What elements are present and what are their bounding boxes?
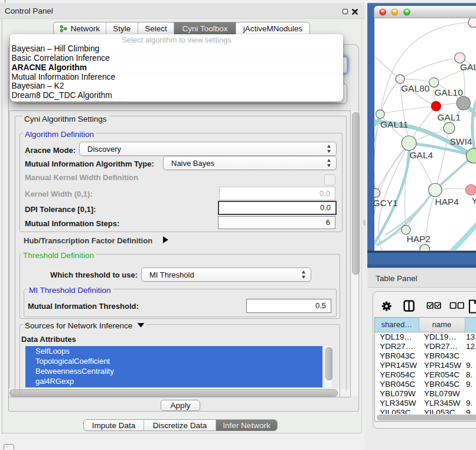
svg-text:GCY1: GCY1	[373, 198, 398, 208]
svg-text:HAP4: HAP4	[435, 197, 459, 207]
svg-text:GAL11: GAL11	[380, 119, 408, 129]
svg-text:GAL80: GAL80	[401, 83, 430, 93]
svg-text:GAL1: GAL1	[438, 112, 461, 122]
svg-text:YDR: YDR	[472, 195, 476, 206]
svg-text:GAL2: GAL2	[460, 62, 476, 72]
svg-text:GAL10: GAL10	[435, 87, 464, 97]
svg-text:GAL4: GAL4	[410, 150, 433, 160]
svg-text:HAP2: HAP2	[407, 234, 431, 244]
svg-text:SWI4: SWI4	[450, 136, 472, 146]
